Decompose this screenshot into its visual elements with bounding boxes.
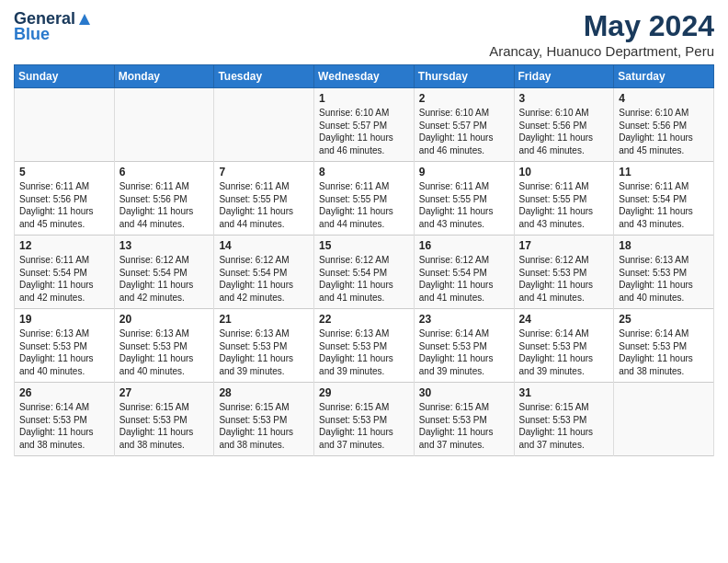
day-number: 10 <box>519 166 609 178</box>
title-block: May 2024 Arancay, Huanuco Department, Pe… <box>489 9 714 59</box>
logo-icon <box>77 12 92 27</box>
day-number: 17 <box>519 239 609 252</box>
weekday-header-row: SundayMondayTuesdayWednesdayThursdayFrid… <box>15 65 714 88</box>
weekday-header-thursday: Thursday <box>414 65 514 88</box>
day-content: Sunrise: 6:11 AM Sunset: 5:55 PM Dayligh… <box>519 180 609 230</box>
calendar-cell: 6Sunrise: 6:11 AM Sunset: 5:56 PM Daylig… <box>114 162 214 236</box>
svg-marker-0 <box>79 14 90 25</box>
calendar-cell: 7Sunrise: 6:11 AM Sunset: 5:55 PM Daylig… <box>214 162 314 236</box>
calendar-cell: 10Sunrise: 6:11 AM Sunset: 5:55 PM Dayli… <box>514 162 614 236</box>
calendar-week-row: 1Sunrise: 6:10 AM Sunset: 5:57 PM Daylig… <box>15 88 714 162</box>
day-number: 27 <box>119 386 210 399</box>
calendar-cell: 5Sunrise: 6:11 AM Sunset: 5:56 PM Daylig… <box>15 162 115 236</box>
day-number: 2 <box>419 92 509 105</box>
calendar-cell: 27Sunrise: 6:15 AM Sunset: 5:53 PM Dayli… <box>114 383 214 456</box>
calendar-week-row: 26Sunrise: 6:14 AM Sunset: 5:53 PM Dayli… <box>15 383 714 456</box>
weekday-header-monday: Monday <box>114 65 214 88</box>
day-number: 18 <box>619 239 709 252</box>
day-content: Sunrise: 6:10 AM Sunset: 5:57 PM Dayligh… <box>419 107 509 156</box>
calendar-week-row: 12Sunrise: 6:11 AM Sunset: 5:54 PM Dayli… <box>15 236 714 309</box>
day-number: 3 <box>519 92 609 105</box>
day-number: 8 <box>319 166 409 178</box>
calendar-cell: 25Sunrise: 6:14 AM Sunset: 5:53 PM Dayli… <box>614 309 714 383</box>
calendar-cell: 18Sunrise: 6:13 AM Sunset: 5:53 PM Dayli… <box>614 236 714 309</box>
day-content: Sunrise: 6:13 AM Sunset: 5:53 PM Dayligh… <box>219 327 309 377</box>
day-content: Sunrise: 6:15 AM Sunset: 5:53 PM Dayligh… <box>419 401 509 451</box>
calendar-cell: 1Sunrise: 6:10 AM Sunset: 5:57 PM Daylig… <box>314 88 415 162</box>
day-content: Sunrise: 6:10 AM Sunset: 5:57 PM Dayligh… <box>319 107 409 156</box>
calendar-cell: 22Sunrise: 6:13 AM Sunset: 5:53 PM Dayli… <box>314 309 415 383</box>
day-number: 26 <box>19 386 109 399</box>
calendar-cell: 4Sunrise: 6:10 AM Sunset: 5:56 PM Daylig… <box>614 88 714 162</box>
logo: General Blue <box>14 9 92 44</box>
day-number: 7 <box>219 166 309 178</box>
calendar-cell: 3Sunrise: 6:10 AM Sunset: 5:56 PM Daylig… <box>514 88 614 162</box>
calendar-cell <box>114 88 214 162</box>
day-content: Sunrise: 6:12 AM Sunset: 5:54 PM Dayligh… <box>219 254 309 304</box>
day-content: Sunrise: 6:12 AM Sunset: 5:54 PM Dayligh… <box>319 254 409 304</box>
day-content: Sunrise: 6:13 AM Sunset: 5:53 PM Dayligh… <box>19 327 109 377</box>
calendar-table: SundayMondayTuesdayWednesdayThursdayFrid… <box>14 64 714 456</box>
calendar-cell: 17Sunrise: 6:12 AM Sunset: 5:53 PM Dayli… <box>514 236 614 309</box>
day-content: Sunrise: 6:12 AM Sunset: 5:54 PM Dayligh… <box>419 254 509 304</box>
day-content: Sunrise: 6:10 AM Sunset: 5:56 PM Dayligh… <box>519 107 609 156</box>
day-content: Sunrise: 6:14 AM Sunset: 5:53 PM Dayligh… <box>619 327 709 377</box>
calendar-cell: 24Sunrise: 6:14 AM Sunset: 5:53 PM Dayli… <box>514 309 614 383</box>
day-number: 15 <box>319 239 409 252</box>
calendar-cell: 9Sunrise: 6:11 AM Sunset: 5:55 PM Daylig… <box>414 162 514 236</box>
day-content: Sunrise: 6:15 AM Sunset: 5:53 PM Dayligh… <box>319 401 409 451</box>
day-number: 21 <box>219 313 309 326</box>
day-content: Sunrise: 6:14 AM Sunset: 5:53 PM Dayligh… <box>19 401 109 451</box>
weekday-header-tuesday: Tuesday <box>214 65 314 88</box>
weekday-header-friday: Friday <box>514 65 614 88</box>
day-number: 24 <box>519 313 609 326</box>
day-content: Sunrise: 6:11 AM Sunset: 5:55 PM Dayligh… <box>319 180 409 230</box>
day-number: 19 <box>19 313 109 326</box>
day-content: Sunrise: 6:13 AM Sunset: 5:53 PM Dayligh… <box>319 327 409 377</box>
calendar-week-row: 19Sunrise: 6:13 AM Sunset: 5:53 PM Dayli… <box>15 309 714 383</box>
month-year-title: May 2024 <box>489 9 714 43</box>
day-content: Sunrise: 6:11 AM Sunset: 5:55 PM Dayligh… <box>419 180 509 230</box>
day-content: Sunrise: 6:15 AM Sunset: 5:53 PM Dayligh… <box>519 401 609 451</box>
day-number: 4 <box>619 92 709 105</box>
day-number: 25 <box>619 313 709 326</box>
calendar-cell: 28Sunrise: 6:15 AM Sunset: 5:53 PM Dayli… <box>214 383 314 456</box>
day-number: 12 <box>19 239 109 252</box>
day-content: Sunrise: 6:13 AM Sunset: 5:53 PM Dayligh… <box>619 254 709 304</box>
calendar-cell <box>214 88 314 162</box>
day-content: Sunrise: 6:14 AM Sunset: 5:53 PM Dayligh… <box>519 327 609 377</box>
weekday-header-sunday: Sunday <box>15 65 115 88</box>
calendar-cell: 12Sunrise: 6:11 AM Sunset: 5:54 PM Dayli… <box>15 236 115 309</box>
day-number: 31 <box>519 386 609 399</box>
day-number: 9 <box>419 166 509 178</box>
calendar-cell: 2Sunrise: 6:10 AM Sunset: 5:57 PM Daylig… <box>414 88 514 162</box>
day-number: 30 <box>419 386 509 399</box>
calendar-cell: 21Sunrise: 6:13 AM Sunset: 5:53 PM Dayli… <box>214 309 314 383</box>
day-content: Sunrise: 6:15 AM Sunset: 5:53 PM Dayligh… <box>119 401 210 451</box>
calendar-cell: 20Sunrise: 6:13 AM Sunset: 5:53 PM Dayli… <box>114 309 214 383</box>
calendar-cell: 31Sunrise: 6:15 AM Sunset: 5:53 PM Dayli… <box>514 383 614 456</box>
day-number: 14 <box>219 239 309 252</box>
calendar-cell: 13Sunrise: 6:12 AM Sunset: 5:54 PM Dayli… <box>114 236 214 309</box>
day-number: 20 <box>119 313 210 326</box>
day-content: Sunrise: 6:12 AM Sunset: 5:53 PM Dayligh… <box>519 254 609 304</box>
location-subtitle: Arancay, Huanuco Department, Peru <box>489 43 714 59</box>
calendar-week-row: 5Sunrise: 6:11 AM Sunset: 5:56 PM Daylig… <box>15 162 714 236</box>
day-number: 11 <box>619 166 709 178</box>
day-content: Sunrise: 6:11 AM Sunset: 5:54 PM Dayligh… <box>619 180 709 230</box>
calendar-cell: 15Sunrise: 6:12 AM Sunset: 5:54 PM Dayli… <box>314 236 415 309</box>
calendar-cell: 26Sunrise: 6:14 AM Sunset: 5:53 PM Dayli… <box>15 383 115 456</box>
weekday-header-saturday: Saturday <box>614 65 714 88</box>
header: General Blue May 2024 Arancay, Huanuco D… <box>14 9 714 59</box>
calendar-cell: 30Sunrise: 6:15 AM Sunset: 5:53 PM Dayli… <box>414 383 514 456</box>
day-content: Sunrise: 6:11 AM Sunset: 5:56 PM Dayligh… <box>119 180 210 230</box>
day-content: Sunrise: 6:15 AM Sunset: 5:53 PM Dayligh… <box>219 401 309 451</box>
calendar-cell <box>614 383 714 456</box>
day-content: Sunrise: 6:14 AM Sunset: 5:53 PM Dayligh… <box>419 327 509 377</box>
day-number: 1 <box>319 92 409 105</box>
day-number: 13 <box>119 239 210 252</box>
day-number: 28 <box>219 386 309 399</box>
calendar-cell: 14Sunrise: 6:12 AM Sunset: 5:54 PM Dayli… <box>214 236 314 309</box>
day-number: 22 <box>319 313 409 326</box>
calendar-cell: 16Sunrise: 6:12 AM Sunset: 5:54 PM Dayli… <box>414 236 514 309</box>
